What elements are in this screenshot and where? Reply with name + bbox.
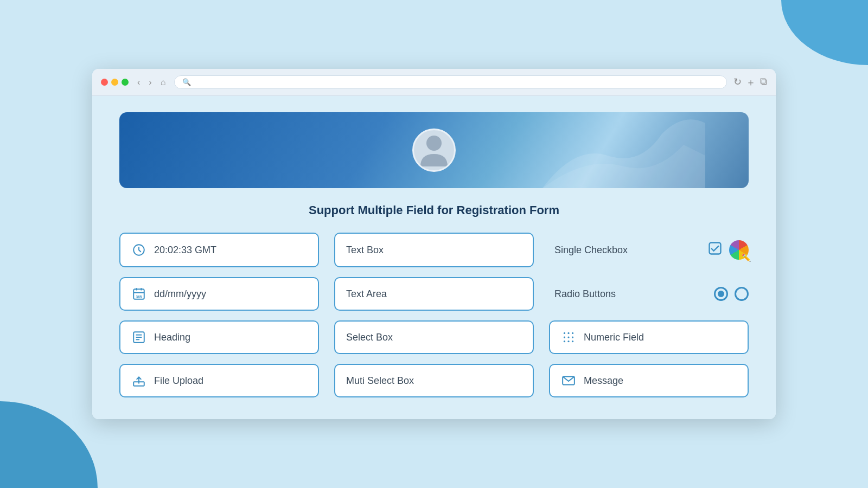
field-item-heading[interactable]: Heading	[119, 320, 319, 354]
field-item-text-area[interactable]: Text Area	[334, 277, 534, 311]
maximize-dot[interactable]	[122, 79, 129, 86]
svg-rect-2	[710, 242, 721, 254]
clock-icon	[131, 243, 146, 257]
hero-banner	[119, 112, 749, 188]
svg-point-18	[564, 341, 565, 342]
refresh-icon[interactable]: ↻	[733, 76, 742, 89]
envelope-icon	[561, 374, 576, 388]
back-button[interactable]: ‹	[135, 76, 142, 88]
text-area-label: Text Area	[346, 288, 387, 300]
checkbox-label: Single Checkbox	[554, 245, 701, 256]
browser-actions: ↻ ＋ ⧉	[733, 76, 767, 89]
forward-button[interactable]: ›	[146, 76, 154, 88]
color-wheel-icon	[729, 240, 749, 260]
hero-wave-decoration	[542, 112, 705, 188]
heading-label: Heading	[154, 332, 190, 343]
calendar-icon: 365	[131, 287, 146, 301]
field-item-message[interactable]: Message	[549, 364, 749, 397]
avatar	[412, 129, 456, 172]
radio-dot	[718, 291, 724, 297]
decorative-blob-bottom	[0, 401, 98, 488]
field-item-text-box[interactable]: Text Box	[334, 233, 534, 267]
select-label: Select Box	[346, 332, 393, 343]
svg-point-17	[572, 336, 573, 338]
svg-point-19	[567, 341, 569, 342]
browser-nav: ‹ › ⌂	[135, 76, 168, 88]
field-item-select[interactable]: Select Box	[334, 320, 534, 354]
date-label: dd/mm/yyyy	[154, 288, 206, 300]
upload-label: File Upload	[154, 375, 203, 387]
search-icon: 🔍	[182, 78, 191, 86]
svg-point-14	[572, 332, 573, 334]
text-box-label: Text Box	[346, 245, 384, 256]
message-label: Message	[584, 375, 623, 387]
time-label: 20:02:33 GMT	[154, 245, 216, 256]
field-item-numeric[interactable]: Numeric Field	[549, 320, 749, 354]
home-button[interactable]: ⌂	[158, 76, 168, 88]
field-item-checkbox[interactable]: Single Checkbox	[549, 233, 749, 267]
radio-empty-icon	[735, 287, 749, 301]
field-item-date[interactable]: 365 dd/mm/yyyy	[119, 277, 319, 311]
field-item-radio[interactable]: Radio Buttons	[549, 277, 749, 311]
fields-grid: 20:02:33 GMT Text Box Single Checkbox	[119, 233, 749, 397]
svg-point-12	[564, 332, 565, 334]
avatar-icon	[418, 131, 450, 169]
close-dot[interactable]	[101, 79, 108, 86]
address-bar[interactable]: 🔍	[174, 75, 727, 89]
page-title: Support Multiple Field for Registration …	[119, 203, 749, 217]
radio-label: Radio Buttons	[554, 288, 707, 300]
field-item-upload[interactable]: File Upload	[119, 364, 319, 397]
field-item-time[interactable]: 20:02:33 GMT	[119, 233, 319, 267]
minimize-dot[interactable]	[111, 79, 118, 86]
heading-icon	[131, 330, 146, 344]
grid-icon	[561, 330, 576, 344]
upload-icon	[131, 374, 146, 388]
checkbox-icon	[707, 241, 723, 260]
browser-window: ‹ › ⌂ 🔍 ↻ ＋ ⧉	[92, 69, 776, 419]
svg-point-13	[567, 332, 569, 334]
multiselect-label: Muti Select Box	[346, 375, 414, 387]
browser-dots	[101, 79, 129, 86]
svg-point-16	[567, 336, 569, 338]
numeric-label: Numeric Field	[584, 332, 644, 343]
browser-toolbar: ‹ › ⌂ 🔍 ↻ ＋ ⧉	[92, 69, 776, 96]
svg-point-15	[564, 336, 565, 338]
svg-text:365: 365	[136, 295, 142, 299]
field-item-multiselect[interactable]: Muti Select Box	[334, 364, 534, 397]
new-tab-icon[interactable]: ＋	[746, 76, 756, 89]
browser-content: Support Multiple Field for Registration …	[92, 96, 776, 419]
svg-point-20	[572, 341, 573, 342]
decorative-blob-top	[781, 0, 868, 65]
svg-point-0	[426, 136, 442, 151]
tabs-icon[interactable]: ⧉	[760, 76, 767, 89]
radio-filled-icon	[714, 287, 728, 301]
